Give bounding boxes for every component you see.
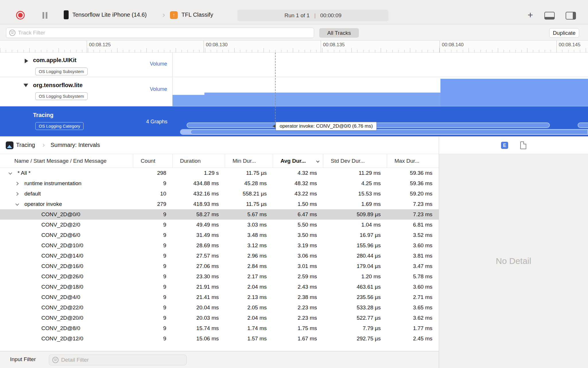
add-instrument-icon[interactable]: + [526, 11, 535, 20]
column-header-count[interactable]: Count [133, 154, 173, 168]
expand-chevron-icon[interactable] [15, 192, 19, 196]
chevron-right-icon: › [42, 141, 45, 149]
breadcrumb-page[interactable]: Summary: Intervals [51, 142, 100, 148]
row-avg-cell: 2.23 ms [273, 313, 323, 323]
record-icon[interactable] [16, 11, 25, 20]
summary-table-header: Name / Start Message / End Message Count… [0, 154, 439, 168]
interval-tooltip: operator invoke: CONV_2D@0/0 (6.76 ms) [276, 122, 377, 131]
row-name-text: CONV_2D@8/0 [41, 323, 80, 334]
tooltip-arrow-icon [272, 124, 275, 128]
column-header-stddev[interactable]: Std Dev Dur... [323, 154, 387, 168]
row-name-text: CONV_2D@18/0 [41, 282, 83, 292]
row-stddev-cell: 292.75 µs [323, 334, 387, 344]
row-count-cell: 9 [133, 323, 173, 334]
row-max-cell: 3.81 ms [387, 251, 439, 261]
duplicate-button[interactable]: Duplicate [549, 28, 579, 38]
row-avg-cell: 1.67 ms [273, 334, 323, 344]
volume-chart-segment [204, 93, 440, 106]
row-avg-cell: 3.50 ms [273, 230, 323, 240]
row-min-cell: 11.75 µs [225, 168, 273, 178]
row-min-cell: 1.74 ms [225, 323, 273, 334]
column-header-min[interactable]: Min Dur... [225, 154, 273, 168]
all-tracks-button[interactable]: All Tracks [319, 28, 359, 38]
detail-filter-field[interactable] [49, 354, 187, 365]
row-duration-cell: 27.57 ms [173, 251, 225, 261]
extended-detail-icon[interactable]: E [501, 142, 508, 149]
row-count-cell: 9 [133, 302, 173, 313]
toggle-bottom-pane-icon[interactable] [544, 12, 555, 20]
table-row[interactable]: CONV_2D@14/0927.57 ms2.96 ms3.06 ms280.4… [0, 251, 439, 261]
track-filter-field[interactable] [6, 28, 314, 38]
timeline-ruler[interactable]: 00:08.125 00:08.130 00:08.135 00:08.140 … [0, 41, 588, 53]
volume-chart-segment [173, 95, 204, 106]
table-row[interactable]: CONV_2D@4/0921.41 ms2.13 ms2.38 ms235.56… [0, 292, 439, 302]
row-min-cell: 1.57 ms [225, 334, 273, 344]
table-row[interactable]: CONV_2D@22/0920.04 ms2.05 ms2.23 ms533.2… [0, 302, 439, 313]
table-row[interactable]: CONV_2D@8/0915.74 ms1.74 ms1.75 ms7.79 µ… [0, 323, 439, 334]
table-row[interactable]: CONV_2D@16/0927.06 ms2.84 ms3.01 ms179.0… [0, 261, 439, 271]
table-row[interactable]: CONV_2D@0/0958.27 ms5.67 ms6.47 ms509.89… [0, 209, 439, 220]
table-row[interactable]: CONV_2D@18/0921.91 ms2.04 ms2.43 ms463.6… [0, 282, 439, 292]
row-duration-cell: 31.49 ms [173, 230, 225, 240]
table-row[interactable]: CONV_2D@2/0949.49 ms3.03 ms5.50 ms1.04 m… [0, 220, 439, 230]
table-row[interactable]: CONV_2D@6/0931.49 ms3.48 ms3.50 ms16.97 … [0, 230, 439, 240]
playhead-line[interactable] [275, 53, 276, 122]
table-row[interactable]: CONV_2D@10/0928.69 ms3.12 ms3.19 ms155.9… [0, 240, 439, 251]
table-row[interactable]: CONV_2D@12/0915.06 ms1.57 ms1.67 ms292.7… [0, 334, 439, 344]
row-name-cell: CONV_2D@6/0 [0, 230, 133, 240]
collapse-chevron-icon[interactable] [16, 202, 19, 206]
row-avg-cell: 6.47 ms [273, 209, 323, 220]
chevron-right-icon: › [163, 10, 165, 19]
column-header-max[interactable]: Max Dur... [387, 154, 439, 168]
interval-bar[interactable] [190, 129, 588, 135]
column-header-name[interactable]: Name / Start Message / End Message [0, 154, 133, 168]
row-count-cell: 9 [133, 251, 173, 261]
disclosure-expanded-icon[interactable] [24, 84, 28, 87]
track-label-column: org.tensorflow.lite OS Logging Subsystem… [0, 77, 173, 106]
collapse-chevron-icon[interactable] [9, 171, 12, 175]
track-org-tensorflow-lite[interactable]: org.tensorflow.lite OS Logging Subsystem… [0, 77, 588, 106]
table-row[interactable]: default10432.16 ms558.21 µs43.22 ms15.53… [0, 189, 439, 199]
pause-icon[interactable] [42, 12, 44, 19]
row-max-cell: 7.23 ms [387, 209, 439, 220]
interval-bar[interactable] [578, 122, 588, 128]
row-name-text: CONV_2D@10/0 [41, 240, 83, 251]
volume-chart-segment [440, 79, 588, 106]
toggle-right-pane-icon[interactable] [566, 12, 576, 20]
table-row[interactable]: CONV_2D@20/0920.03 ms2.04 ms2.23 ms522.7… [0, 313, 439, 323]
row-max-cell: 59.36 ms [387, 178, 439, 189]
table-row[interactable]: runtime instrumentation9434.88 ms45.28 m… [0, 178, 439, 189]
detail-filter-input[interactable] [61, 357, 183, 363]
row-name-cell: CONV_2D@8/0 [0, 323, 133, 334]
track-tracing-selected[interactable]: Tracing OS Logging Category 4 Graphs [0, 106, 588, 136]
row-name-text: CONV_2D@14/0 [41, 251, 83, 261]
row-stddev-cell: 522.77 µs [323, 313, 387, 323]
disclosure-collapsed-icon[interactable] [25, 59, 28, 63]
track-com-apple-uikit[interactable]: com.apple.UIKit OS Logging Subsystem Vol… [0, 53, 588, 77]
table-row[interactable]: * All *2981.29 s11.75 µs4.32 ms11.29 ms5… [0, 168, 439, 178]
row-stddev-cell: 11.29 ms [323, 168, 387, 178]
row-avg-cell: 1.75 ms [273, 323, 323, 334]
target-app-selector[interactable]: TFL Classify [181, 12, 213, 18]
row-duration-cell: 23.30 ms [173, 271, 225, 282]
tooltip-text: operator invoke: CONV_2D@0/0 (6.76 ms) [280, 123, 373, 129]
document-icon[interactable] [520, 141, 526, 149]
row-max-cell: 3.65 ms [387, 302, 439, 313]
row-max-cell: 7.23 ms [387, 199, 439, 209]
device-icon [64, 10, 69, 19]
breadcrumb-root[interactable]: Tracing [16, 142, 35, 148]
row-count-cell: 9 [133, 230, 173, 240]
toolbar: Tensorflow Lite iPhone (14.6) › ↑ TFL Cl… [0, 0, 588, 24]
row-name-cell: CONV_2D@16/0 [0, 261, 133, 271]
track-filter-input[interactable] [18, 30, 311, 36]
table-row[interactable]: CONV_2D@26/0923.30 ms2.17 ms2.59 ms1.20 … [0, 271, 439, 282]
column-header-avg-sorted[interactable]: Avg Dur... [273, 154, 323, 168]
row-duration-cell: 58.27 ms [173, 209, 225, 220]
table-row[interactable]: operator invoke279418.93 ms11.75 µs1.50 … [0, 199, 439, 209]
column-header-duration[interactable]: Duration [173, 154, 225, 168]
expand-chevron-icon[interactable] [15, 182, 19, 185]
row-duration-cell: 20.04 ms [173, 302, 225, 313]
device-target-selector[interactable]: Tensorflow Lite iPhone (14.6) [72, 12, 147, 18]
filter-icon [52, 357, 59, 363]
run-status-display[interactable]: Run 1 of 1 | 00:00:09 [237, 10, 388, 21]
